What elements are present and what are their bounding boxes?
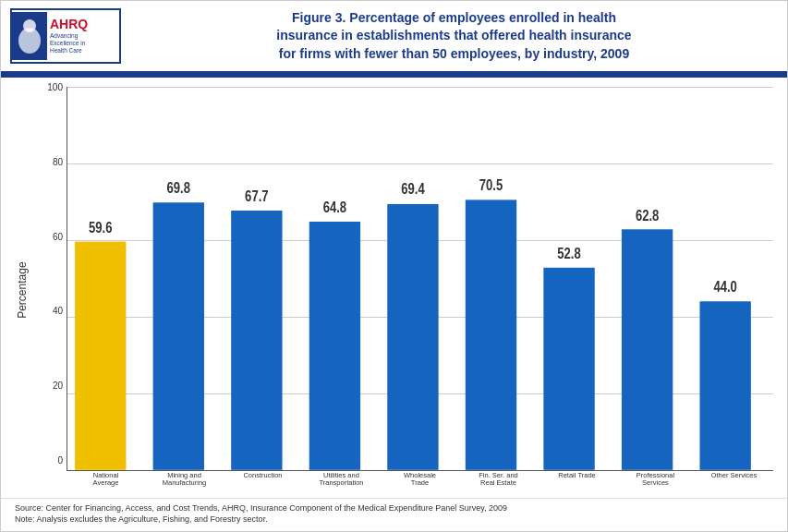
bar-national-average — [75, 242, 126, 470]
bar-retail — [543, 268, 594, 470]
x-label-retail: Retail Trade — [538, 470, 616, 493]
ahrq-sub: Advancing Excellence in Health Care — [50, 32, 116, 54]
chart-area: Percentage 100 80 60 40 20 0 — [1, 78, 787, 498]
svg-text:62.8: 62.8 — [636, 206, 660, 224]
bar-finance — [466, 200, 516, 469]
chart-plot: 100 80 60 40 20 0 — [34, 87, 773, 493]
x-label-professional: ProfessionalServices — [616, 470, 695, 493]
header: HHS AHRQ Advancing Excellence in Health … — [1, 1, 787, 74]
chart-inner: 100 80 60 40 20 0 — [34, 87, 773, 493]
footer: Source: Center for Financing, Access, an… — [1, 498, 787, 531]
y-axis-label: Percentage — [15, 87, 30, 493]
logo-area: HHS AHRQ Advancing Excellence in Health … — [10, 8, 130, 64]
chart-title: Figure 3. Percentage of employees enroll… — [130, 9, 778, 64]
x-label-construction: Construction — [224, 470, 302, 493]
main-container: HHS AHRQ Advancing Excellence in Health … — [0, 0, 788, 532]
bar-construction — [231, 211, 282, 470]
bar-wholesale — [387, 204, 438, 470]
svg-text:52.8: 52.8 — [557, 244, 581, 261]
ahrq-logo: AHRQ Advancing Excellence in Health Care — [47, 15, 119, 56]
x-label-mining: Mining andManufacturing — [145, 470, 224, 493]
logo-box: HHS AHRQ Advancing Excellence in Health … — [10, 8, 121, 64]
x-label-wholesale: WholesaleTrade — [381, 470, 459, 493]
hhs-logo: HHS — [12, 12, 47, 60]
svg-text:70.5: 70.5 — [479, 176, 503, 194]
bar-mining — [153, 202, 204, 470]
bars-area: 59.6 69.8 67.7 64.8 69.4 — [67, 87, 773, 470]
svg-text:69.8: 69.8 — [167, 178, 191, 196]
x-label-utilities: Utilities andTransportation — [302, 470, 381, 493]
x-label-finance: Fin. Ser. andReal Estate — [459, 470, 538, 493]
bar-professional — [622, 229, 673, 470]
svg-text:67.7: 67.7 — [245, 187, 268, 205]
bar-other — [699, 301, 750, 470]
bar-utilities — [309, 222, 360, 470]
source-text: Source: Center for Financing, Access, an… — [15, 502, 773, 514]
svg-text:69.4: 69.4 — [401, 180, 425, 198]
svg-point-1 — [18, 28, 41, 54]
x-label-other: Other Services — [695, 470, 773, 493]
x-labels: NationalAverage Mining andManufacturing … — [67, 470, 773, 493]
svg-text:64.8: 64.8 — [323, 199, 347, 216]
title-text: Figure 3. Percentage of employees enroll… — [139, 9, 769, 64]
x-label-national: NationalAverage — [67, 470, 145, 493]
svg-text:44.0: 44.0 — [713, 277, 736, 295]
bar-label-national: 59.6 — [89, 218, 112, 236]
ahrq-text: AHRQ — [50, 18, 116, 30]
note-text: Note: Analysis excludes the Agriculture,… — [15, 514, 773, 526]
